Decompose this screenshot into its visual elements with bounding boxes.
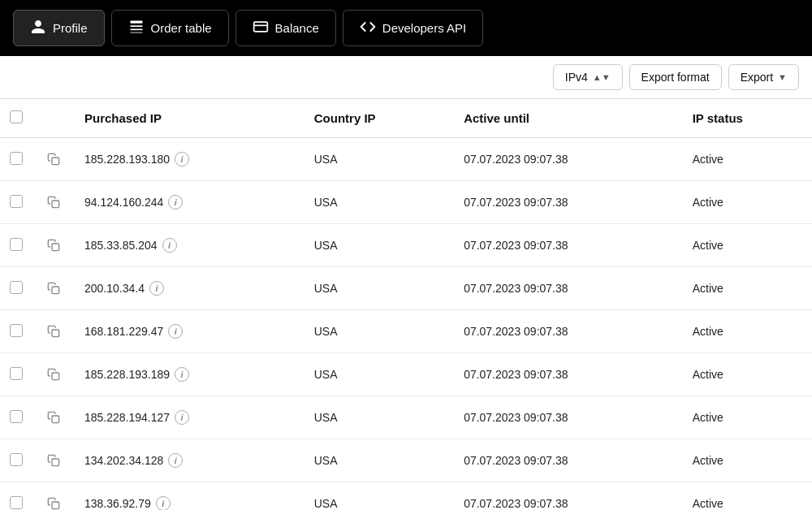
- svg-rect-0: [130, 21, 142, 24]
- export-button[interactable]: Export ▼: [728, 64, 799, 90]
- row-ip-value: 138.36.92.79: [84, 497, 151, 510]
- row-country-cell: USA: [304, 310, 454, 353]
- info-icon-6[interactable]: i: [175, 410, 189, 425]
- nav-profile-label: Profile: [53, 21, 88, 35]
- row-checkbox-cell: [0, 439, 32, 482]
- export-format-label: Export format: [641, 71, 710, 84]
- row-ip-cell: 94.124.160.244 i: [75, 181, 304, 224]
- row-checkbox-7[interactable]: [10, 453, 23, 466]
- row-checkbox-5[interactable]: [10, 367, 23, 380]
- order-icon: [128, 19, 145, 37]
- table-body: 185.228.193.180 i USA 07.07.2023 09:07.3…: [0, 138, 812, 511]
- copy-icon-0[interactable]: [42, 148, 65, 171]
- row-ip-value: 168.181.229.47: [84, 325, 163, 338]
- toolbar: IPv4 ▲▼ Export format Export ▼: [0, 56, 812, 98]
- ip-table: Purchased IP Country IP Active until IP …: [0, 98, 812, 510]
- info-icon-3[interactable]: i: [149, 281, 164, 296]
- copy-icon-6[interactable]: [42, 406, 65, 429]
- row-ip-cell: 134.202.34.128 i: [75, 439, 304, 482]
- row-ip-value: 185.228.194.127: [84, 411, 170, 424]
- copy-icon-2[interactable]: [42, 234, 65, 257]
- row-country-cell: USA: [304, 267, 454, 310]
- row-country-cell: USA: [304, 439, 454, 482]
- nav-developers-api-button[interactable]: Developers API: [343, 10, 483, 46]
- nav-order-table-button[interactable]: Order table: [111, 10, 229, 46]
- export-label: Export: [741, 71, 773, 84]
- purchased-ip-header: Purchased IP: [75, 99, 304, 138]
- balance-icon: [253, 19, 269, 37]
- row-ip-cell: 185.228.193.180 i: [75, 138, 304, 181]
- copy-icon-8[interactable]: [42, 492, 65, 510]
- row-copy-cell: [32, 396, 75, 439]
- row-copy-cell: [32, 482, 75, 511]
- row-checkbox-8[interactable]: [10, 496, 23, 509]
- row-copy-cell: [32, 267, 75, 310]
- row-active-until-cell: 07.07.2023 09:07.38: [454, 138, 683, 181]
- table-row: 185.228.193.180 i USA 07.07.2023 09:07.3…: [0, 138, 812, 181]
- copy-icon-3[interactable]: [42, 277, 65, 300]
- info-icon-2[interactable]: i: [162, 238, 177, 253]
- row-checkbox-3[interactable]: [10, 281, 23, 294]
- ipv4-chevron-icon: ▲▼: [593, 72, 611, 82]
- svg-rect-8: [52, 244, 59, 251]
- info-icon-8[interactable]: i: [156, 496, 171, 510]
- table-header-row: Purchased IP Country IP Active until IP …: [0, 99, 812, 138]
- nav-balance-button[interactable]: Balance: [235, 10, 336, 46]
- row-checkbox-1[interactable]: [10, 195, 23, 208]
- row-copy-cell: [32, 439, 75, 482]
- row-status-cell: Active: [683, 353, 812, 396]
- row-active-until-cell: 07.07.2023 09:07.38: [454, 439, 683, 482]
- svg-rect-9: [52, 287, 59, 294]
- svg-rect-14: [52, 502, 59, 509]
- nav-profile-button[interactable]: Profile: [13, 10, 105, 46]
- table-row: 134.202.34.128 i USA 07.07.2023 09:07.38…: [0, 439, 812, 482]
- row-ip-value: 134.202.34.128: [84, 454, 163, 467]
- row-copy-cell: [32, 224, 75, 267]
- table-row: 185.33.85.204 i USA 07.07.2023 09:07.38 …: [0, 224, 812, 267]
- info-icon-7[interactable]: i: [168, 453, 183, 468]
- table-row: 185.228.193.189 i USA 07.07.2023 09:07.3…: [0, 353, 812, 396]
- active-until-header: Active until: [454, 99, 683, 138]
- ipv4-dropdown-button[interactable]: IPv4 ▲▼: [553, 64, 623, 90]
- nav-developers-api-label: Developers API: [382, 21, 466, 35]
- copy-icon-5[interactable]: [42, 363, 65, 386]
- row-checkbox-4[interactable]: [10, 324, 23, 337]
- row-ip-value: 94.124.160.244: [84, 196, 163, 209]
- ipv4-label: IPv4: [565, 71, 588, 84]
- svg-rect-1: [130, 25, 142, 27]
- row-ip-value: 185.228.193.180: [84, 153, 170, 166]
- row-checkbox-cell: [0, 396, 32, 439]
- row-active-until-cell: 07.07.2023 09:07.38: [454, 267, 683, 310]
- info-icon-4[interactable]: i: [168, 324, 183, 339]
- row-active-until-cell: 07.07.2023 09:07.38: [454, 482, 683, 511]
- row-status-cell: Active: [683, 181, 812, 224]
- svg-rect-13: [52, 459, 59, 466]
- info-icon-1[interactable]: i: [168, 195, 183, 210]
- copy-icon-4[interactable]: [42, 320, 65, 343]
- row-checkbox-2[interactable]: [10, 238, 23, 251]
- nav-order-table-label: Order table: [151, 21, 212, 35]
- ip-status-header: IP status: [683, 99, 812, 138]
- svg-rect-6: [52, 158, 59, 165]
- svg-rect-12: [52, 416, 59, 423]
- row-ip-value: 185.33.85.204: [84, 239, 158, 252]
- nav-balance-label: Balance: [275, 21, 319, 35]
- copy-icon-1[interactable]: [42, 191, 65, 214]
- row-ip-cell: 200.10.34.4 i: [75, 267, 304, 310]
- row-checkbox-6[interactable]: [10, 410, 23, 423]
- row-country-cell: USA: [304, 181, 454, 224]
- person-icon: [30, 19, 46, 37]
- info-icon-0[interactable]: i: [175, 152, 189, 166]
- top-nav: Profile Order table Balance Developers A…: [0, 0, 812, 56]
- export-format-button[interactable]: Export format: [629, 64, 722, 90]
- main-content: IPv4 ▲▼ Export format Export ▼ Purchased…: [0, 56, 812, 510]
- row-country-cell: USA: [304, 396, 454, 439]
- row-checkbox-0[interactable]: [10, 152, 23, 165]
- row-status-cell: Active: [683, 439, 812, 482]
- svg-rect-2: [130, 29, 142, 31]
- row-ip-cell: 185.33.85.204 i: [75, 224, 304, 267]
- copy-icon-7[interactable]: [42, 449, 65, 472]
- select-all-checkbox[interactable]: [10, 110, 23, 123]
- row-country-cell: USA: [304, 482, 454, 511]
- info-icon-5[interactable]: i: [175, 367, 189, 382]
